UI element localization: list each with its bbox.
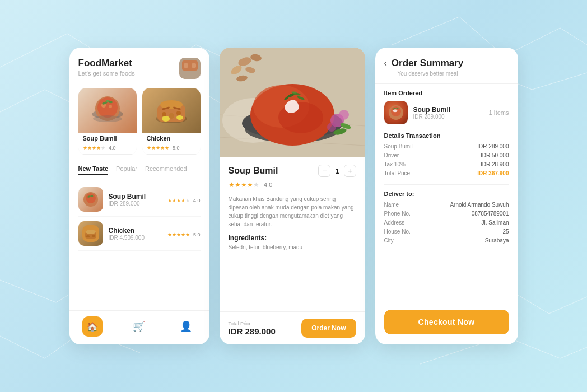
app-subtitle: Let's get some foods xyxy=(78,70,135,77)
featured-card-soup[interactable]: Soup Bumil ★★★★★ 4.0 xyxy=(78,88,137,155)
app-logo: FoodMarket xyxy=(78,58,135,69)
food-stars: ★★★★★ xyxy=(229,181,259,189)
deliver-name-key: Name xyxy=(384,202,399,208)
svg-point-8 xyxy=(109,105,112,108)
details-label: Details Transaction xyxy=(384,132,509,139)
list-item[interactable]: Chicken IDR 4.509.000 ★★★★★ 5.0 xyxy=(78,217,201,251)
detail-row-total: Total Price IDR 367.900 xyxy=(384,170,509,176)
order-summary-subtitle: You deserve better meal xyxy=(398,71,509,77)
order-now-button[interactable]: Order Now xyxy=(301,319,356,338)
featured-card-chicken[interactable]: Chicken ★★★★★ 5.0 xyxy=(142,88,201,155)
ordered-item-thumb xyxy=(384,101,408,124)
ingredients-value: Seledri, telur, blueberry, madu xyxy=(229,244,356,250)
food-detail-footer: Total Price: IDR 289.000 Order Now xyxy=(220,311,365,344)
deliver-house-val: 25 xyxy=(502,228,509,235)
food-rating-row: ★★★★★ 4.0 xyxy=(229,179,356,189)
ingredients-label: Ingredients: xyxy=(229,234,356,242)
detail-row-soup: Soup Bumil IDR 289.000 xyxy=(384,143,509,150)
quantity-minus-button[interactable]: − xyxy=(318,165,330,177)
category-tabs: New Taste Popular Recommended xyxy=(69,161,209,178)
svg-point-21 xyxy=(162,116,170,122)
deliver-name-val: Arnold Armando Suwuh xyxy=(450,202,509,208)
chicken-list-thumb xyxy=(78,221,103,246)
ordered-item-info: Soup Bumil IDR 289.000 xyxy=(413,106,483,120)
total-price-value: IDR 289.000 xyxy=(229,326,276,336)
deliver-section: Deliver to: Name Arnold Armando Suwuh Ph… xyxy=(384,190,509,244)
deliver-address-val: Jl. Saliman xyxy=(482,220,509,226)
nav-profile[interactable]: 👤 xyxy=(176,316,196,337)
svg-point-24 xyxy=(86,193,96,203)
item-ordered-label: Item Ordered xyxy=(384,90,509,96)
ordered-item-price: IDR 289.000 xyxy=(413,114,483,120)
chicken-card-rating: 5.0 xyxy=(173,145,180,151)
tab-recommended[interactable]: Recommended xyxy=(145,165,187,175)
ordered-item-count: 1 Items xyxy=(488,109,509,116)
food-rating-value: 4.0 xyxy=(264,181,272,188)
panel-food-market: FoodMarket Let's get some foods xyxy=(69,48,209,344)
quantity-control: − 1 + xyxy=(318,165,356,177)
detail-row-driver: Driver IDR 50.000 xyxy=(384,152,509,158)
back-button[interactable]: ‹ xyxy=(384,58,387,68)
quantity-value: 1 xyxy=(335,167,339,175)
nav-cart[interactable]: 🛒 xyxy=(129,316,149,337)
food-detail-body: Soup Bumil − 1 + ★★★★★ 4.0 Makanan khas … xyxy=(220,157,365,311)
svg-point-20 xyxy=(176,111,181,115)
soup-card-stars: ★★★★★ xyxy=(83,145,105,151)
list-item[interactable]: Soup Bumil IDR 289.000 ★★★★★ 4.0 xyxy=(78,183,201,217)
svg-point-22 xyxy=(176,115,183,120)
chicken-list-name: Chicken xyxy=(109,227,162,235)
soup-image xyxy=(78,88,137,133)
svg-point-15 xyxy=(160,100,183,109)
svg-point-53 xyxy=(339,110,349,120)
deliver-address-key: Address xyxy=(384,220,405,226)
order-summary-body: Item Ordered Soup Bumil IDR 289.000 1 It… xyxy=(375,84,518,302)
featured-cards: Soup Bumil ★★★★★ 4.0 xyxy=(69,82,209,161)
panel-food-detail: Soup Bumil − 1 + ★★★★★ 4.0 Makanan khas … xyxy=(220,48,365,344)
svg-point-30 xyxy=(86,235,90,237)
quantity-plus-button[interactable]: + xyxy=(344,165,356,177)
soup-card-info: Soup Bumil ★★★★★ 4.0 xyxy=(78,133,137,154)
detail-key-driver: Driver xyxy=(384,152,399,158)
soup-card-rating: 4.0 xyxy=(109,145,116,151)
tab-new-taste[interactable]: New Taste xyxy=(78,165,109,175)
order-summary-title-row: ‹ Order Summary xyxy=(384,58,509,69)
deliver-phone-val: 087854789001 xyxy=(472,211,509,217)
deliver-label: Deliver to: xyxy=(384,190,509,197)
detail-val-tax: IDR 28.900 xyxy=(481,161,509,167)
svg-point-18 xyxy=(162,112,166,116)
tab-popular[interactable]: Popular xyxy=(116,165,137,175)
deliver-city-key: City xyxy=(384,237,394,244)
detail-key-tax: Tax 10% xyxy=(384,161,406,167)
detail-val-total: IDR 367.900 xyxy=(477,170,509,176)
chicken-list-info: Chicken IDR 4.509.000 xyxy=(109,227,162,241)
food-description: Makanan khas Bandung yang cukup sering d… xyxy=(229,195,356,228)
ordered-item-name: Soup Bumil xyxy=(413,106,483,114)
soup-list-stars: ★★★★★ xyxy=(167,198,190,203)
details-transaction: Details Transaction Soup Bumil IDR 289.0… xyxy=(384,132,509,176)
checkout-now-button[interactable]: Checkout Now xyxy=(384,310,509,334)
soup-list-rating: 4.0 xyxy=(193,198,201,203)
deliver-address-row: Address Jl. Saliman xyxy=(384,220,509,226)
avatar[interactable] xyxy=(179,58,201,79)
nav-home[interactable]: 🏠 xyxy=(82,316,103,337)
ordered-item-row: Soup Bumil IDR 289.000 1 Items xyxy=(384,101,509,124)
detail-val-driver: IDR 50.000 xyxy=(481,152,509,158)
panel-order-summary: ‹ Order Summary You deserve better meal … xyxy=(375,48,518,344)
svg-point-31 xyxy=(92,235,95,237)
soup-list-thumb xyxy=(78,187,103,212)
chicken-card-name: Chicken xyxy=(147,135,196,142)
deliver-phone-key: Phone No. xyxy=(384,211,411,217)
deliver-house-row: House No. 25 xyxy=(384,228,509,235)
detail-key-soup: Soup Bumil xyxy=(384,143,413,150)
detail-row-tax: Tax 10% IDR 28.900 xyxy=(384,161,509,167)
soup-list-price: IDR 289.000 xyxy=(109,200,162,207)
svg-point-9 xyxy=(93,115,122,122)
chicken-card-info: Chicken ★★★★★ 5.0 xyxy=(142,133,201,154)
deliver-city-val: Surabaya xyxy=(485,237,509,244)
detail-val-soup: IDR 289.000 xyxy=(477,143,509,150)
app-header: FoodMarket Let's get some foods xyxy=(69,48,209,82)
chicken-image xyxy=(142,88,201,133)
deliver-name-row: Name Arnold Armando Suwuh xyxy=(384,202,509,208)
detail-key-total: Total Price xyxy=(384,170,411,176)
deliver-city-row: City Surabaya xyxy=(384,237,509,244)
